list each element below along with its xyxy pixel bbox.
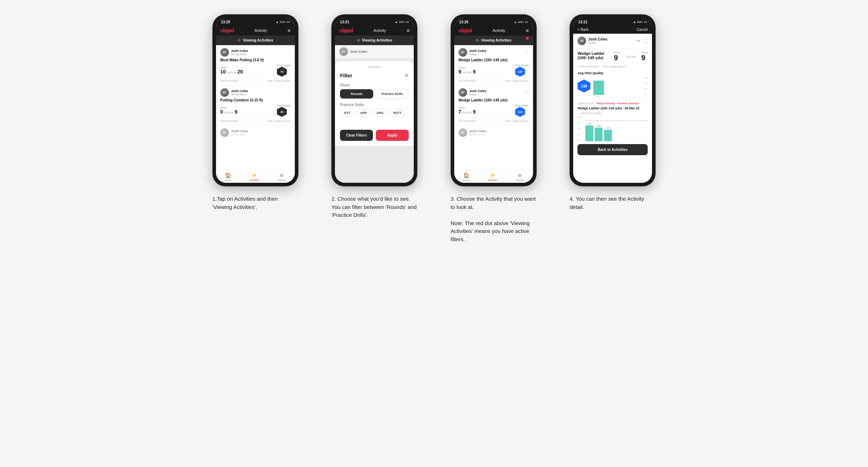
signal-icon-4: ▲ <box>633 20 636 24</box>
expand-icon-4[interactable]: ⛶ <box>643 38 648 43</box>
app-header-2: clippd Activity ≡ <box>335 25 414 35</box>
score-label-4: Score <box>614 51 620 54</box>
more-icon-1-1[interactable]: ··· <box>287 50 291 55</box>
caption-1: 1.Tap on Activities and then 'Viewing Ac… <box>212 195 298 211</box>
score-section-3-1: Score 9 OUT OF 9 <box>459 66 476 75</box>
nav-activities-1[interactable]: ⚡ Activities <box>249 172 259 181</box>
tag-putt-2[interactable]: PUTT <box>389 109 406 117</box>
more-icon-1-2[interactable]: ··· <box>287 90 291 95</box>
phone-1-notch <box>241 18 270 26</box>
nav-activities-3[interactable]: ⚡ Activities <box>488 172 498 181</box>
menu-icon-3[interactable]: ≡ <box>526 28 529 33</box>
rounds-btn-2[interactable]: Rounds <box>340 89 373 99</box>
detail-user-row-4: JC Josh Coles Today ✏ ⛶ <box>573 34 652 48</box>
back-btn-4[interactable]: < Back <box>577 28 589 32</box>
chart-x-label-4: APP <box>595 96 600 98</box>
score-value-row-1-2: 0 OUT OF 9 <box>220 109 238 115</box>
test-info-3-2: Test Information <box>459 120 476 122</box>
battery-icon-4: 44 <box>644 20 647 24</box>
user-info-3-1: JC Josh Coles Today <box>459 48 486 57</box>
nav-home-1[interactable]: 🏠 Home <box>225 172 232 181</box>
avatar-3-2: JC <box>459 88 467 97</box>
user-info-partial-2: JC Josh Coles <box>339 47 409 56</box>
score-value-row-3-2: 7 OUT OF 9 <box>459 109 476 115</box>
screen-content-1: JC Josh Coles 28 Feb 2023 ··· Must Make … <box>216 45 295 170</box>
viewing-banner-3[interactable]: ⚙ Viewing Activities <box>454 35 533 45</box>
phone-2: 13:21 ▲ WiFi 44 clippd Activity ≡ ⚙ Vi <box>331 14 417 186</box>
pa-avg-label-4: — Avg Shot Quality <box>577 111 648 115</box>
tag-ott-2[interactable]: OTT <box>340 109 354 117</box>
wifi-icon-4: WiFi <box>637 20 643 24</box>
user-name-1-2: Josh Coles <box>231 89 248 93</box>
activity-card-1-2[interactable]: JC Josh Coles 28 Feb 2023 ··· Putting Co… <box>216 85 295 125</box>
avatar-1-3: JC <box>220 128 229 137</box>
back-activities-btn-4[interactable]: Back to Activities <box>577 144 648 155</box>
user-name-3-1: Josh Coles <box>469 49 486 53</box>
menu-icon-2[interactable]: ≡ <box>407 28 409 33</box>
logo-1: clippd <box>220 28 234 33</box>
activity-card-1-1[interactable]: JC Josh Coles 28 Feb 2023 ··· Must Make … <box>216 45 295 85</box>
bar-rect-1 <box>585 125 593 141</box>
user-details-1-1: Josh Coles 28 Feb 2023 <box>231 49 248 56</box>
more-icon-3-1[interactable]: ··· <box>525 50 529 55</box>
tag-arg-2[interactable]: ARG <box>373 109 388 117</box>
phone-3-screen: 13:20 ▲ WiFi 44 clippd Activity ≡ ⚙ Vi <box>454 18 533 183</box>
avatar-1-1: JC <box>220 48 229 57</box>
logo-3: clippd <box>459 28 472 33</box>
nav-capture-3[interactable]: ⊕ Capture <box>515 172 524 181</box>
filter-close-2[interactable]: ✕ <box>404 72 409 79</box>
nav-home-3[interactable]: 🏠 Home <box>463 172 470 181</box>
user-name-1-1: Josh Coles <box>231 49 248 53</box>
viewing-banner-1[interactable]: ⚙ Viewing Activities <box>216 35 295 45</box>
home-label-1: Home <box>225 179 232 181</box>
y-label-0: 0 <box>644 93 648 95</box>
card-header-1-1: JC Josh Coles 28 Feb 2023 ··· <box>220 48 291 57</box>
phone-1: 13:20 ▲ WiFi 44 clippd Activity ≡ ⚙ Vi <box>212 14 298 186</box>
edit-icon-4[interactable]: ✏ <box>637 38 641 43</box>
activity-card-3-2[interactable]: JC Josh Coles Today ··· Wedge Ladder (10… <box>454 85 533 125</box>
user-name-3-3: Josh Coles <box>469 129 486 133</box>
user-details-3-3: Josh Coles 28 Feb 2023 <box>469 129 486 136</box>
shots-num-3-2: 9 <box>473 109 476 115</box>
viewing-banner-2[interactable]: ⚙ Viewing Activities <box>335 35 414 45</box>
avatar-4: JC <box>577 37 586 45</box>
phone-3: 13:20 ▲ WiFi 44 clippd Activity ≡ ⚙ Vi <box>451 14 537 186</box>
score-val-4: 9 <box>614 54 620 62</box>
filter-title-2: Filter <box>340 73 352 78</box>
sq-hex-1-1: 75 <box>277 67 287 77</box>
cancel-btn-4[interactable]: Cancel <box>637 28 648 32</box>
menu-icon-1[interactable]: ≡ <box>288 28 291 33</box>
phone-4: 13:21 ▲ WiFi 44 < Back Cancel JC <box>570 14 656 186</box>
practice-drills-btn-2[interactable]: Practice Drills <box>375 89 409 99</box>
data-capture-1-2: Data: Clippd Capture <box>267 120 290 122</box>
practice-session-link-4[interactable]: Player Activity · Practice Session <box>596 102 639 105</box>
battery-icon-1: 44 <box>287 20 290 24</box>
more-icon-3-2[interactable]: ··· <box>525 90 529 95</box>
caption-2: 2. Choose what you'd like to see. You ca… <box>331 195 417 219</box>
status-icons-1: ▲ WiFi 44 <box>276 20 290 24</box>
tag-app-2[interactable]: APP <box>356 109 371 117</box>
home-icon-3: 🏠 <box>463 172 469 178</box>
test-info-3-1: Test Information <box>459 80 476 82</box>
app-header-1: clippd Activity ≡ <box>216 25 295 35</box>
card-header-1-2: JC Josh Coles 28 Feb 2023 ··· <box>220 88 291 97</box>
stats-row-1-2: Score 0 OUT OF 9 Shot Quality 45 <box>220 104 291 117</box>
clear-filters-btn-2[interactable]: Clear Filters <box>340 130 373 141</box>
score-num-1-1: 10 <box>220 69 226 75</box>
activity-card-3-1[interactable]: JC Josh Coles Today ··· Wedge Ladder (10… <box>454 45 533 85</box>
phone-1-screen: 13:20 ▲ WiFi 44 clippd Activity ≡ ⚙ Vi <box>216 18 295 183</box>
nav-capture-1[interactable]: ⊕ Capture <box>277 172 286 181</box>
phone-2-screen: 13:21 ▲ WiFi 44 clippd Activity ≡ ⚙ Vi <box>335 18 414 183</box>
bar-y-120: 120 <box>577 122 581 124</box>
step-2-column: 13:21 ▲ WiFi 44 clippd Activity ≡ ⚙ Vi <box>320 14 429 219</box>
test-info-1-2: Test Information <box>220 120 238 122</box>
card-header-3-2: JC Josh Coles Today ··· <box>459 88 529 97</box>
bar-val-2: 129 <box>597 125 600 127</box>
apply-btn-2[interactable]: Apply <box>376 130 409 141</box>
wifi-icon-2: WiFi <box>399 20 404 24</box>
sq-label-1-2: Shot Quality <box>277 104 291 107</box>
sq-hex-1-2: 45 <box>277 107 287 117</box>
user-info-3-2: JC Josh Coles Today <box>459 88 486 97</box>
bar-rect-3 <box>604 130 612 141</box>
card-footer-3-1: Test Information Data: Clippd Capture <box>459 78 529 82</box>
